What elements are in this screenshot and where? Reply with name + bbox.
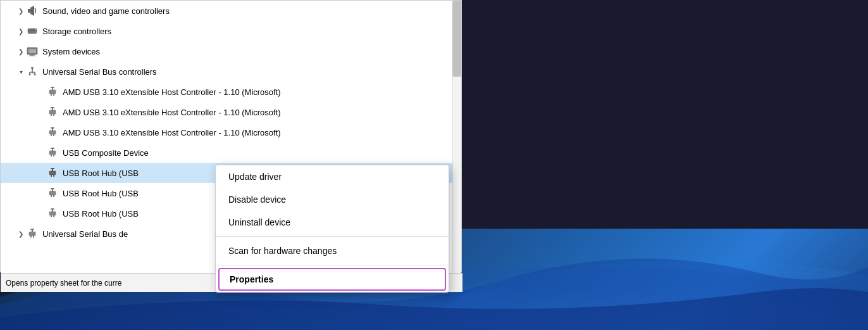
expander-system[interactable]: ❯ (16, 46, 26, 56)
tree-item-amd-usb-2[interactable]: AMD USB 3.10 eXtensible Host Controller … (1, 102, 454, 122)
svg-rect-10 (28, 49, 36, 53)
tree-item-amd-usb-3[interactable]: AMD USB 3.10 eXtensible Host Controller … (1, 122, 454, 143)
scrollbar-thumb[interactable] (452, 1, 461, 77)
svg-rect-42 (52, 169, 53, 171)
tree-item-storage[interactable]: ❯ Storage controllers (1, 21, 454, 41)
svg-rect-3 (28, 9, 30, 13)
expander-usb-composite (36, 148, 46, 158)
svg-rect-35 (53, 134, 54, 136)
svg-rect-17 (29, 72, 30, 74)
tree-item-sound[interactable]: ❯ Sound, video and game controllers (1, 1, 454, 21)
svg-rect-53 (49, 212, 56, 215)
tree-item-usb-controllers[interactable]: ▾ Universal Serial Bus controllers (1, 61, 454, 82)
svg-rect-39 (51, 155, 52, 156)
context-menu: Update driver Disable device Uninstall d… (215, 165, 449, 293)
tree-item-usb-composite[interactable]: USB Composite Device (1, 143, 454, 163)
svg-rect-51 (51, 208, 54, 210)
svg-rect-28 (49, 110, 56, 114)
svg-rect-45 (53, 175, 54, 177)
svg-point-7 (35, 29, 36, 30)
context-menu-item-properties[interactable]: Properties (218, 268, 446, 291)
expander-usb-serial-bus-de[interactable]: ❯ (16, 229, 26, 239)
svg-rect-12 (29, 56, 35, 56)
svg-rect-38 (49, 151, 56, 155)
svg-rect-44 (51, 175, 52, 177)
expander-amd-usb-2 (36, 107, 46, 117)
svg-rect-30 (53, 114, 54, 116)
sound-icon (26, 4, 39, 17)
svg-rect-46 (51, 188, 54, 189)
sound-label: Sound, video and game controllers (42, 6, 170, 16)
usb-root-hub-3-icon (46, 207, 59, 220)
context-menu-item-scan-hardware[interactable]: Scan for hardware changes (216, 239, 449, 262)
svg-rect-48 (49, 191, 56, 195)
svg-rect-56 (30, 229, 34, 230)
amd-usb-1-icon (46, 86, 59, 98)
context-menu-separator-1 (216, 236, 449, 237)
status-text: Opens property sheet for the curre (6, 279, 121, 288)
amd-usb-3-icon (46, 126, 59, 139)
svg-rect-49 (51, 195, 52, 197)
svg-rect-13 (31, 67, 34, 68)
scan-hardware-label: Scan for hardware changes (228, 246, 337, 256)
expander-usb-controllers[interactable]: ▾ (16, 67, 26, 77)
properties-label: Properties (230, 274, 273, 284)
scrollbar[interactable] (452, 1, 461, 273)
svg-rect-50 (53, 195, 54, 197)
usb-root-hub-1-icon (46, 167, 59, 179)
svg-rect-24 (51, 94, 52, 96)
usb-root-hub-3-label: USB Root Hub (USB (63, 209, 139, 219)
svg-marker-4 (30, 6, 34, 16)
svg-rect-52 (52, 210, 53, 212)
usb-serial-bus-de-label: Universal Serial Bus de (42, 229, 128, 239)
svg-rect-31 (51, 127, 54, 129)
svg-rect-57 (32, 230, 33, 232)
update-driver-label: Update driver (228, 172, 282, 182)
svg-rect-59 (30, 236, 32, 238)
amd-usb-1-label: AMD USB 3.10 eXtensible Host Controller … (63, 87, 281, 97)
expander-storage[interactable]: ❯ (16, 26, 26, 36)
usb-composite-icon (46, 146, 59, 159)
usb-root-hub-2-icon (46, 187, 59, 200)
svg-rect-11 (30, 54, 34, 56)
svg-rect-23 (49, 90, 56, 94)
system-icon (26, 45, 39, 58)
svg-rect-22 (52, 88, 53, 90)
svg-rect-27 (52, 108, 53, 110)
svg-rect-47 (52, 189, 53, 191)
svg-rect-41 (51, 168, 54, 169)
usb-controllers-label: Universal Serial Bus controllers (42, 67, 157, 77)
svg-rect-55 (53, 215, 54, 217)
context-menu-item-disable-device[interactable]: Disable device (216, 188, 449, 211)
amd-usb-2-icon (46, 106, 59, 118)
tree-item-system[interactable]: ❯ System devices (1, 41, 454, 61)
context-menu-item-update-driver[interactable]: Update driver (216, 165, 449, 188)
svg-rect-14 (32, 68, 33, 71)
svg-rect-29 (51, 114, 52, 116)
svg-rect-37 (52, 149, 53, 151)
usb-composite-label: USB Composite Device (63, 148, 149, 158)
usb-root-hub-1-label: USB Root Hub (USB (63, 168, 139, 178)
svg-point-8 (35, 32, 36, 33)
uninstall-device-label: Uninstall device (228, 217, 290, 227)
expander-sound[interactable]: ❯ (16, 6, 26, 16)
disable-device-label: Disable device (228, 194, 286, 205)
svg-rect-40 (53, 155, 54, 156)
svg-rect-32 (52, 129, 53, 130)
context-menu-separator-2 (216, 265, 449, 265)
svg-rect-33 (49, 130, 56, 134)
context-menu-item-uninstall-device[interactable]: Uninstall device (216, 211, 449, 234)
usb-serial-bus-de-icon (26, 227, 39, 240)
expander-amd-usb-3 (36, 127, 46, 137)
system-label: System devices (42, 47, 100, 56)
svg-rect-54 (51, 215, 52, 217)
svg-rect-26 (51, 107, 54, 108)
expander-amd-usb-1 (36, 87, 46, 97)
expander-usb-root-hub-1 (36, 168, 46, 178)
svg-rect-6 (28, 30, 37, 31)
storage-icon (26, 25, 39, 37)
svg-rect-21 (51, 87, 54, 88)
svg-rect-20 (34, 74, 36, 75)
tree-item-amd-usb-1[interactable]: AMD USB 3.10 eXtensible Host Controller … (1, 82, 454, 102)
svg-rect-19 (29, 74, 31, 75)
